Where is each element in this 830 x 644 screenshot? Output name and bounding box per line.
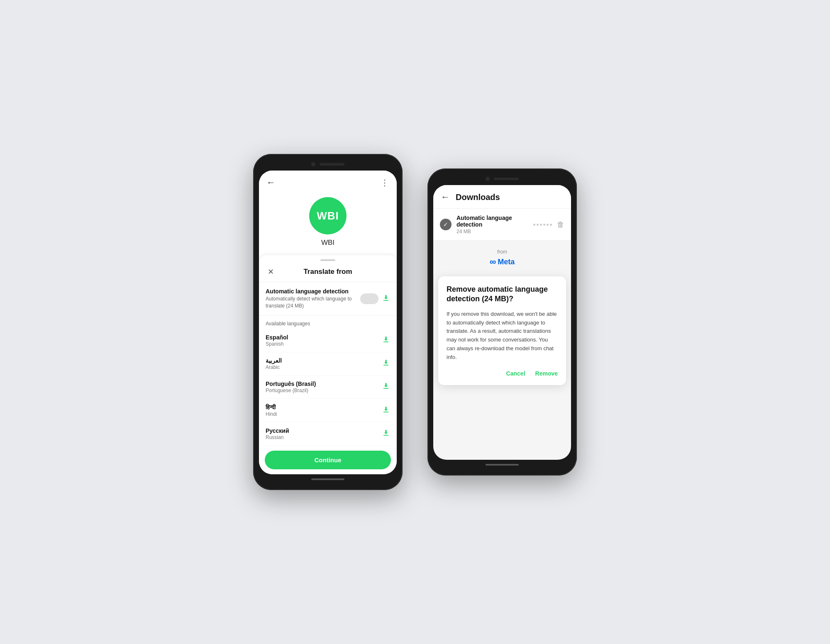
auto-detect-desc: Automatically detect which language to t…: [266, 295, 360, 310]
app-icon-section: WBI WBI: [259, 193, 397, 255]
sheet-title: Translate from: [281, 268, 390, 276]
language-native: العربية: [266, 357, 282, 364]
download-item-size: 24 MB: [456, 229, 528, 234]
language-item-arabic: العربية Arabic: [259, 352, 397, 376]
phone-1-top-bar: ← ⋮: [259, 171, 397, 193]
phone-1-home-bar: [259, 474, 397, 484]
phone-1: ← ⋮ WBI WBI ✕ Translate from: [253, 154, 403, 490]
language-native: Español: [266, 334, 288, 341]
download-icon[interactable]: [382, 294, 390, 304]
language-item-russian: Русский Russian: [259, 422, 397, 446]
available-languages-label: Available languages: [259, 316, 397, 329]
auto-detect-icons: [360, 293, 390, 304]
continue-button[interactable]: Continue: [265, 451, 391, 469]
auto-detect-item: Automatic language detection Automatical…: [259, 282, 397, 316]
downloads-header: ← Downloads: [433, 185, 571, 209]
back-arrow-icon[interactable]: ←: [266, 177, 276, 188]
phone-1-screen: ← ⋮ WBI WBI ✕ Translate from: [259, 171, 397, 474]
app-icon-initials: WBI: [317, 210, 339, 222]
phone-2-screen: ← Downloads ✓ Automatic language detecti…: [433, 185, 571, 460]
download-row-auto: ✓ Automatic language detection 24 MB: [433, 209, 571, 241]
close-icon[interactable]: ✕: [266, 267, 276, 277]
from-label: from: [497, 249, 507, 255]
downloads-title: Downloads: [456, 193, 500, 202]
download-icon[interactable]: [382, 382, 390, 392]
remove-dialog: Remove automatic language detection (24 …: [438, 276, 566, 385]
language-english: Spanish: [266, 341, 288, 347]
dialog-title: Remove automatic language detection (24 …: [447, 285, 558, 304]
language-english: Portuguese (Brazil): [266, 388, 316, 393]
more-options-icon[interactable]: ⋮: [381, 178, 389, 188]
language-item-hindi: हिन्दी Hindi: [259, 399, 397, 422]
meta-logo: ∞ Meta: [490, 256, 515, 267]
from-meta-section: from ∞ Meta: [433, 241, 571, 271]
remove-button[interactable]: Remove: [535, 370, 558, 377]
sheet-content: Automatic language detection Automatical…: [259, 282, 397, 446]
download-icon[interactable]: [382, 429, 390, 439]
sheet-header: ✕ Translate from: [259, 261, 397, 282]
app-name-label: WBI: [321, 239, 334, 247]
download-item-info: Automatic language detection 24 MB: [456, 215, 528, 234]
page-container: ← ⋮ WBI WBI ✕ Translate from: [42, 154, 788, 490]
phone-2-home-bar: [433, 460, 571, 470]
meta-infinity-icon: ∞: [490, 256, 496, 267]
download-item-name: Automatic language detection: [456, 215, 528, 228]
language-native: Русский: [266, 427, 289, 434]
language-native: हिन्दी: [266, 404, 277, 411]
toggle-switch[interactable]: [360, 293, 378, 304]
language-native: Português (Brasil): [266, 381, 316, 387]
speaker-grill: [320, 163, 344, 166]
bottom-sheet: ✕ Translate from Automatic language dete…: [259, 255, 397, 474]
meta-text: Meta: [498, 258, 515, 266]
progress-indicator: [533, 224, 552, 226]
app-icon-circle: WBI: [309, 197, 347, 234]
dialog-body: If you remove this download, we won't be…: [447, 310, 558, 362]
language-item-portuguese: Português (Brasil) Portuguese (Brazil): [259, 376, 397, 399]
home-bar: [486, 464, 519, 466]
back-arrow-icon[interactable]: ←: [441, 192, 450, 202]
language-english: Hindi: [266, 411, 277, 417]
auto-detect-name: Automatic language detection: [266, 288, 360, 295]
phone-2: ← Downloads ✓ Automatic language detecti…: [427, 168, 577, 476]
download-icon[interactable]: [382, 335, 390, 345]
camera-dot: [486, 177, 490, 181]
download-icon[interactable]: [382, 405, 390, 415]
language-english: Arabic: [266, 364, 282, 370]
phone-1-notch: [259, 160, 397, 171]
speaker-grill: [494, 178, 519, 180]
download-icon[interactable]: [382, 359, 390, 368]
language-item-spanish: Español Spanish: [259, 329, 397, 352]
phone-2-notch: [433, 174, 571, 185]
language-english: Russian: [266, 434, 289, 440]
auto-detect-text: Automatic language detection Automatical…: [266, 288, 360, 310]
delete-icon[interactable]: 🗑: [557, 220, 564, 229]
home-bar: [311, 478, 344, 480]
dialog-actions: Cancel Remove: [447, 370, 558, 377]
downloads-list: ✓ Automatic language detection 24 MB: [433, 209, 571, 241]
cancel-button[interactable]: Cancel: [506, 370, 525, 377]
camera-dot: [311, 162, 315, 166]
check-icon: ✓: [440, 219, 452, 230]
